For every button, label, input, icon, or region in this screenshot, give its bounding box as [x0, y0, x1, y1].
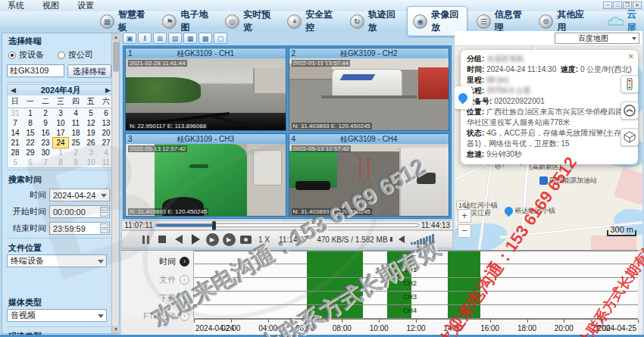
map-poi-3[interactable]: 裕达红河小镇	[505, 207, 555, 215]
calendar-day[interactable]: 22	[23, 138, 38, 148]
calendar-day[interactable]: 2	[38, 108, 53, 118]
calendar-day[interactable]: 9	[68, 158, 83, 167]
file-location-dropdown[interactable]: 终端设备	[7, 254, 107, 267]
calendar-prev-icon[interactable]: ◀	[11, 86, 16, 94]
calendar-day[interactable]: 9	[38, 118, 53, 128]
map-poi-2[interactable]: 国投能源加油站	[539, 176, 597, 185]
fullscreen-icon[interactable]: ▢	[214, 33, 227, 44]
calendar-day[interactable]: 10	[53, 118, 68, 128]
timeline-row-CH4[interactable]: CH4	[194, 305, 638, 319]
timeline-row-CH2[interactable]: CH2	[194, 278, 638, 292]
menu-item-0[interactable]: 系统	[8, 0, 24, 11]
timeline-action-2[interactable]: 下载›	[121, 289, 194, 307]
calendar-day[interactable]: 14	[8, 128, 23, 138]
timeline-rows[interactable]: 所有CH1CH2CH3CH4	[194, 251, 638, 319]
grid-6-icon[interactable]: ▤	[168, 33, 182, 44]
timeline-action-arrow-icon[interactable]: ›	[180, 275, 189, 285]
timeline-action-arrow-icon[interactable]: ›	[180, 311, 189, 321]
nav-button-2[interactable]: ◎实时预览	[220, 7, 278, 36]
calendar-day[interactable]: 19	[83, 128, 98, 138]
timeline-row-所有[interactable]: 所有	[194, 251, 638, 264]
radio-by-company[interactable]	[58, 51, 65, 59]
calendar-day[interactable]: 2	[68, 148, 83, 158]
calendar-day[interactable]: 24	[53, 138, 68, 148]
stop-button[interactable]	[154, 232, 170, 246]
slow-button[interactable]: ▶	[204, 232, 220, 246]
start-time-input[interactable]: 00:00:00	[49, 205, 110, 218]
search-date-dropdown[interactable]: 2024-04-24	[49, 189, 110, 201]
video-cell-ch2[interactable]: 2桂GK3109 - CH2 2022-01-11 13:57:44 N: 31…	[289, 48, 450, 131]
calendar-day[interactable]: 1	[23, 108, 38, 118]
volume-bars[interactable]	[411, 234, 434, 245]
single-view-icon[interactable]: ▣	[123, 33, 136, 44]
calendar-day[interactable]: 12	[83, 118, 98, 128]
fast-button[interactable]: ▶	[220, 232, 237, 246]
grid-9-icon[interactable]: ▩	[199, 33, 212, 44]
map-3d-icon[interactable]	[621, 128, 639, 146]
calendar-day[interactable]: 5	[83, 108, 98, 118]
nav-button-4[interactable]: ↻轨迹回放	[345, 7, 403, 36]
end-time-input[interactable]: 23:59:59	[49, 222, 110, 235]
calendar-next-icon[interactable]: ▶	[105, 86, 111, 94]
calendar-day[interactable]: 10	[83, 158, 98, 167]
calendar-day[interactable]: 23	[38, 138, 53, 148]
calendar-day[interactable]: 7	[8, 118, 23, 128]
pause-button[interactable]	[137, 232, 154, 246]
map-zoom-out-button[interactable]: −	[458, 224, 471, 238]
calendar-day[interactable]: 18	[68, 128, 83, 138]
map-provider-dropdown[interactable]: 百度地图	[555, 33, 639, 44]
timeline-action-3[interactable]: FTP上传›	[121, 307, 194, 325]
grid-8-icon[interactable]: ▦	[183, 33, 197, 44]
timeline-action-1[interactable]: 文件›	[121, 270, 194, 289]
calendar-day[interactable]: 31	[8, 108, 23, 118]
nav-button-1[interactable]: ⚑电子地图	[157, 7, 215, 36]
calendar-day[interactable]: 26	[83, 138, 98, 148]
popup-close-icon[interactable]: ✕	[628, 51, 634, 62]
calendar-day[interactable]: 15	[23, 128, 38, 138]
calendar-day[interactable]: 7	[38, 158, 53, 167]
street-view-icon[interactable]	[621, 101, 639, 120]
snapshot-button[interactable]	[237, 232, 254, 246]
calendar-day[interactable]: 5	[8, 158, 23, 167]
calendar-day[interactable]: 17	[53, 128, 68, 138]
speaker-icon[interactable]	[399, 236, 405, 243]
timeline-row-CH3[interactable]: CH3	[194, 292, 638, 305]
nav-button-0[interactable]: ▦智慧看板	[95, 7, 153, 36]
calendar-day[interactable]: 25	[68, 138, 83, 148]
menu-item-2[interactable]: 设置	[77, 0, 94, 11]
timeline-action-arrow-icon[interactable]: ›	[180, 257, 189, 267]
step-back-button[interactable]	[170, 232, 187, 246]
calendar-day[interactable]: 28	[8, 148, 23, 158]
menu-item-1[interactable]: 视图	[42, 0, 59, 11]
calendar-day[interactable]: 6	[23, 158, 38, 167]
timeline-row-CH1[interactable]: CH1	[194, 264, 638, 278]
calendar-day[interactable]: 3	[53, 108, 68, 118]
calendar-day[interactable]: 8	[23, 118, 38, 128]
scroll-down-icon[interactable]: ▼	[112, 326, 120, 333]
calendar-day[interactable]: 29	[23, 148, 38, 158]
pause-all-icon[interactable]: ‖	[138, 33, 152, 44]
calendar-day[interactable]: 30	[38, 148, 53, 158]
device-input[interactable]	[7, 64, 64, 77]
timeline-action-arrow-icon[interactable]: ›	[180, 293, 189, 303]
calendar-day[interactable]: 3	[83, 148, 98, 158]
nav-button-3[interactable]: +安全监控	[282, 7, 340, 36]
map-zoom-in-button[interactable]: +	[458, 209, 471, 223]
media-type-dropdown[interactable]: 音视频	[7, 309, 107, 322]
video-cell-ch1[interactable]: 1桂GK3109 - CH1 2021-02-28 11:41:44 N: 22…	[125, 48, 286, 131]
scroll-up-icon[interactable]: ▲	[112, 33, 120, 41]
sidebar-scrollbar[interactable]: ▲ ▼	[111, 33, 119, 333]
video-cell-ch4[interactable]: 4桂GK3109 - CH4 2022-05-13 12:57:42 N: 31…	[289, 133, 450, 217]
seek-knob[interactable]	[212, 221, 216, 230]
video-cell-ch3[interactable]: 3桂GK3109 - CH3 2022-05-13 12:57:42 N: 31…	[125, 133, 286, 217]
seek-slider[interactable]	[155, 223, 419, 227]
select-terminal-button[interactable]: 选择终端	[67, 64, 111, 78]
calendar-day[interactable]: 11	[68, 118, 83, 128]
play-button[interactable]	[187, 232, 204, 246]
map-canvas[interactable]: 侨兴路 16 来宾市祥和小学(高新新区)来宾市第六中学(高新新区)国投能源加油站…	[455, 46, 642, 250]
calendar-day[interactable]: 4	[68, 108, 83, 118]
traffic-light-icon[interactable]	[621, 75, 639, 93]
calendar-day[interactable]: 8	[53, 158, 68, 167]
calendar-day[interactable]: 21	[8, 138, 23, 148]
timeline-action-0[interactable]: 时间›	[121, 252, 194, 270]
